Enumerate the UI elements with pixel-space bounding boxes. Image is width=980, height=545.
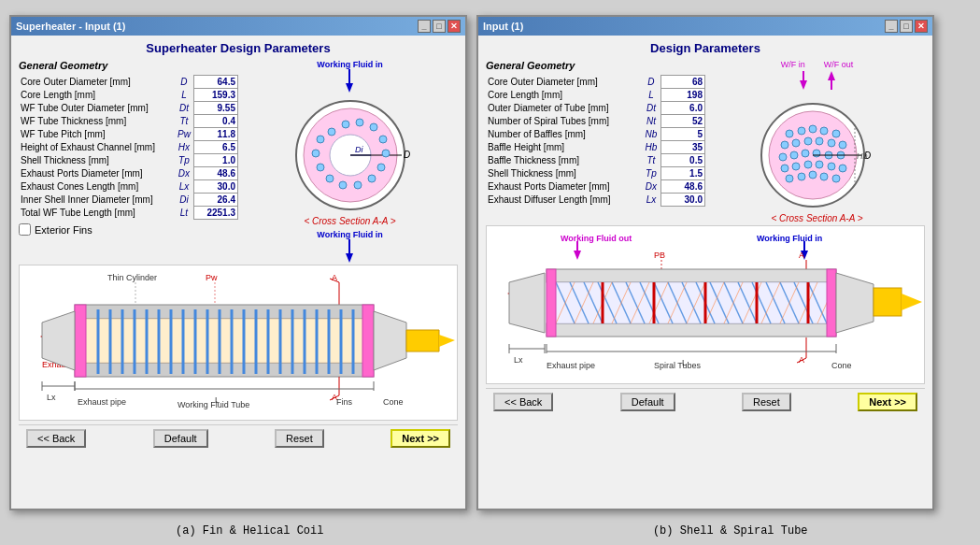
wf-in-label-bottom: Working Fluid in — [317, 230, 382, 239]
svg-marker-65 — [406, 330, 439, 351]
svg-point-108 — [816, 161, 823, 168]
svg-text:Working Fluid out: Working Fluid out — [561, 234, 632, 243]
close-btn-2[interactable]: ✕ — [915, 20, 928, 33]
svg-point-94 — [792, 139, 800, 147]
table-row: Shell Thickness [mm] Tp 1.0 — [19, 154, 238, 167]
main-diagram-2: Working Fluid out Working Fluid in PB — [486, 225, 925, 384]
svg-text:PB: PB — [654, 251, 665, 260]
wf-in-arrow-bottom — [342, 239, 357, 263]
table-row: Inner Shell Inner Diameter [mm] Di 26.4 — [19, 194, 238, 207]
section-title-1: Superheater Design Parameters — [19, 41, 458, 55]
svg-rect-61 — [75, 305, 86, 377]
window-controls-2: _ □ ✕ — [885, 20, 928, 33]
svg-rect-178 — [873, 288, 902, 316]
table-row: WF Tube Thickness [mm] Tt 0.4 — [19, 115, 238, 128]
back-btn-2[interactable]: << Back — [493, 393, 553, 411]
wf-in-label-2: W/F in — [781, 60, 805, 69]
svg-point-12 — [370, 123, 377, 131]
svg-point-90 — [809, 125, 817, 133]
svg-text:L: L — [682, 358, 687, 367]
svg-point-88 — [786, 130, 793, 137]
window-content-1: Superheater Design Parameters General Ge… — [11, 36, 465, 457]
svg-text:Thin Cylinder: Thin Cylinder — [107, 273, 157, 282]
caption-area: (a) Fin & Helical Coil (b) Shell & Spira… — [0, 520, 980, 539]
svg-point-102 — [813, 150, 820, 157]
svg-point-113 — [809, 171, 817, 179]
cross-section-diagram-1: Di D — [290, 94, 411, 216]
exterior-fins-label: Exterior Fins — [35, 224, 92, 236]
table-row: Baffle Thickness [mm] Tt 0.5 — [486, 154, 705, 167]
exterior-fins-checkbox[interactable] — [19, 223, 31, 236]
svg-text:Di: Di — [355, 145, 363, 154]
window-shell: Input (1) _ □ ✕ Design Parameters Genera… — [476, 15, 934, 510]
svg-point-110 — [839, 165, 846, 172]
titlebar-1: Superheater - Input (1) _ □ ✕ — [11, 17, 465, 36]
maximize-btn-1[interactable]: □ — [433, 20, 446, 33]
svg-marker-83 — [800, 80, 807, 90]
diagram-right-1: Working Fluid in — [242, 60, 458, 263]
svg-point-97 — [828, 139, 835, 147]
next-btn-2[interactable]: Next >> — [858, 393, 917, 411]
svg-text:Exhaust pipe: Exhaust pipe — [78, 397, 126, 407]
svg-point-112 — [798, 173, 805, 180]
default-btn-1[interactable]: Default — [153, 429, 208, 448]
svg-rect-131 — [547, 269, 836, 282]
svg-point-17 — [354, 181, 362, 189]
table-row: Core Length [mm] L 198 — [486, 89, 705, 102]
caption-right: (b) Shell & Spiral Tube — [502, 524, 959, 538]
table-row: Core Outer Diameter [mm] D 68 — [486, 76, 705, 89]
svg-marker-24 — [346, 253, 353, 263]
svg-rect-173 — [547, 269, 556, 337]
table-row: Total WF Tube Length [mm] Lt 2251.3 — [19, 207, 238, 220]
svg-text:Cone: Cone — [383, 397, 404, 407]
table-row: Number of Spiral Tubes [mm] Nt 52 — [486, 115, 705, 128]
svg-point-10 — [342, 121, 349, 128]
main-container: Superheater - Input (1) _ □ ✕ Superheate… — [0, 6, 980, 520]
geometry-header-1: General Geometry — [19, 60, 238, 71]
back-btn-1[interactable]: << Back — [26, 429, 86, 448]
longitudinal-diagram-2: Working Fluid out Working Fluid in PB — [490, 230, 922, 378]
next-btn-1[interactable]: Next >> — [391, 429, 450, 448]
svg-rect-62 — [362, 305, 374, 377]
svg-text:Hb: Hb — [857, 151, 868, 161]
wf-down-arrow-2 — [796, 71, 811, 90]
close-btn-1[interactable]: ✕ — [447, 20, 461, 33]
svg-point-19 — [326, 175, 334, 182]
svg-text:Fins: Fins — [336, 397, 353, 407]
table-row: Shell Thickness [mm] Tp 1.5 — [486, 167, 705, 180]
svg-point-101 — [802, 150, 809, 157]
table-row: WF Tube Pitch [mm] Pw 11.8 — [19, 128, 238, 141]
cross-section-diagram-2: D Hb — [757, 92, 878, 213]
reset-btn-1[interactable]: Reset — [275, 429, 324, 448]
svg-point-89 — [798, 127, 805, 135]
svg-text:Cone: Cone — [831, 361, 852, 370]
minimize-btn-2[interactable]: _ — [885, 20, 898, 33]
minimize-btn-1[interactable]: _ — [418, 20, 431, 33]
wf-in-label-top: Working Fluid in — [317, 60, 382, 69]
params-left-2: General Geometry Core Outer Diameter [mm… — [486, 60, 705, 223]
main-diagram-1: Thin Cylinder Pw A Exhaust in — [19, 265, 458, 421]
table-row: Outer Diameter of Tube [mm] Dt 6.0 — [486, 102, 705, 115]
svg-point-16 — [368, 175, 376, 182]
svg-rect-174 — [827, 269, 836, 337]
table-row: Number of Baffles [mm] Nb 5 — [486, 128, 705, 141]
caption-left: (a) Fin & Helical Coil — [21, 524, 478, 538]
svg-point-11 — [356, 119, 363, 126]
svg-point-109 — [828, 163, 835, 170]
default-btn-2[interactable]: Default — [620, 393, 675, 411]
maximize-btn-2[interactable]: □ — [900, 20, 913, 33]
svg-text:Lx: Lx — [514, 355, 523, 365]
wf-out-label-2: W/F out — [824, 60, 854, 69]
table-row: Core Outer Diameter [mm] D 64.5 — [19, 76, 238, 89]
svg-point-18 — [339, 181, 347, 189]
table-row: Exhaust Ports Diameter [mm] Dx 48.6 — [486, 180, 705, 194]
svg-point-13 — [379, 136, 387, 143]
cross-section-label-1: < Cross Section A-A > — [304, 216, 395, 226]
svg-point-105 — [781, 165, 788, 172]
checkbox-row-1: Exterior Fins — [19, 223, 238, 236]
reset-btn-2[interactable]: Reset — [742, 393, 791, 411]
svg-text:Lx: Lx — [47, 393, 56, 402]
titlebar-2: Input (1) _ □ ✕ — [478, 17, 932, 36]
table-row: Exhaust Ports Diameter [mm] Dx 48.6 — [19, 167, 238, 180]
svg-text:Exhaust pipe: Exhaust pipe — [547, 361, 595, 370]
